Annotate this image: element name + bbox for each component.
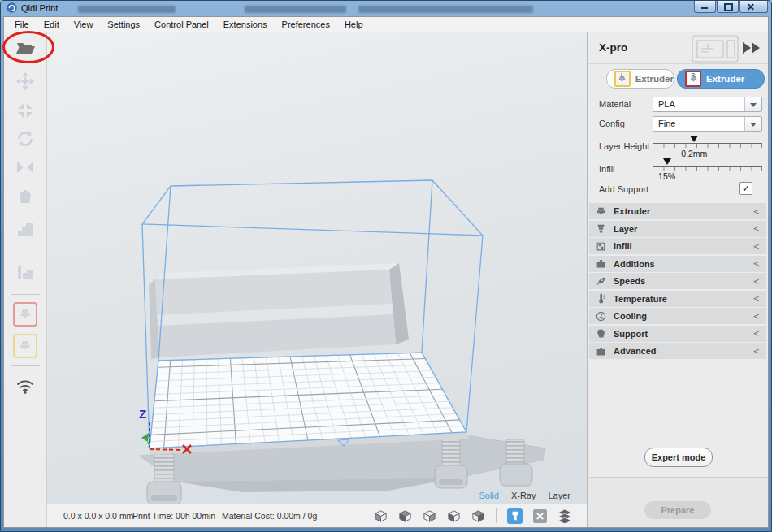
toolbar-divider xyxy=(11,365,40,366)
menu-bar: File Edit View Settings Control Panel Ex… xyxy=(4,17,768,32)
render-mode-xray[interactable]: X-Ray xyxy=(511,491,536,500)
standby-tool-icon[interactable] xyxy=(14,260,37,283)
config-dropdown[interactable]: Fine xyxy=(653,116,762,132)
section-temperature[interactable]: Temperature < xyxy=(589,291,766,307)
add-support-label: Add Support xyxy=(599,184,648,194)
status-bar: 0.0 x 0.0 x 0.0 mm Print Time: 00h 00min… xyxy=(47,504,587,527)
material-label: Material xyxy=(599,99,631,109)
panel-header-divider xyxy=(588,63,768,64)
section-infill[interactable]: Infill < xyxy=(589,238,766,254)
maximize-icon xyxy=(724,3,733,11)
scale-tool-icon[interactable] xyxy=(14,99,37,122)
prepare-button[interactable]: Prepare xyxy=(644,501,711,519)
section-cooling[interactable]: Cooling < xyxy=(589,308,766,324)
collapse-chevron-icon: < xyxy=(753,294,760,303)
menu-file[interactable]: File xyxy=(7,17,37,32)
expert-mode-button[interactable]: Expert mode xyxy=(644,448,713,467)
build-plate-scene: Z xyxy=(47,32,587,504)
window-title: Qidi Print xyxy=(21,3,58,13)
close-button[interactable] xyxy=(739,1,768,13)
viewport-3d[interactable]: Z Solid X-Ray Layer xyxy=(47,32,587,504)
temperature-icon xyxy=(596,293,606,304)
layer-view-button[interactable] xyxy=(557,508,572,523)
xray-view-icon xyxy=(536,512,544,521)
maximize-button[interactable] xyxy=(717,1,739,13)
support-blocker-icon[interactable] xyxy=(14,217,37,240)
menu-help[interactable]: Help xyxy=(337,17,371,32)
view-3d-icon[interactable] xyxy=(374,509,388,523)
menu-settings[interactable]: Settings xyxy=(100,17,147,32)
extruder-icon xyxy=(596,206,606,217)
render-mode-solid[interactable]: Solid xyxy=(479,491,498,500)
dropdown-arrow-button[interactable] xyxy=(744,97,761,111)
minimize-icon xyxy=(701,7,708,9)
open-file-icon[interactable] xyxy=(14,36,37,58)
section-support[interactable]: Support < xyxy=(589,326,766,342)
menu-extensions[interactable]: Extensions xyxy=(216,17,275,32)
z-axis-label: Z xyxy=(139,407,146,421)
view-left-icon[interactable] xyxy=(447,509,461,523)
view-front-icon[interactable] xyxy=(398,509,412,523)
chevron-down-icon xyxy=(750,103,757,110)
extruder-icon xyxy=(19,308,32,321)
section-additions[interactable]: Additions < xyxy=(589,256,766,272)
xray-view-button[interactable] xyxy=(533,509,547,523)
section-extruder[interactable]: Extruder < xyxy=(589,203,766,219)
app-client-area: File Edit View Settings Control Panel Ex… xyxy=(3,16,769,528)
add-support-checkbox[interactable]: ✓ xyxy=(739,182,752,195)
settings-panel: X-pro L Extruder xyxy=(587,32,768,527)
rotate-tool-icon[interactable] xyxy=(14,128,37,150)
section-advanced[interactable]: Advanced < xyxy=(589,343,766,359)
solid-view-icon xyxy=(510,510,521,521)
advanced-icon xyxy=(596,346,606,357)
extruder-left-indicator[interactable] xyxy=(13,334,37,358)
panel-divider xyxy=(588,439,768,439)
toolbar-divider xyxy=(11,294,40,295)
move-tool-icon[interactable] xyxy=(14,70,37,93)
section-layer[interactable]: Layer < xyxy=(589,221,766,237)
tab-extruder-right[interactable]: R Extruder xyxy=(677,69,765,89)
collapse-chevron-icon: < xyxy=(753,224,760,233)
printer-name[interactable]: X-pro xyxy=(599,41,627,54)
mirror-tool-icon[interactable] xyxy=(14,156,37,179)
dropdown-arrow-button[interactable] xyxy=(744,117,761,131)
per-model-settings-icon[interactable] xyxy=(14,186,37,209)
menu-view[interactable]: View xyxy=(67,17,101,32)
material-cost: Material Cost: 0.00m / 0g xyxy=(222,511,317,521)
config-label: Config xyxy=(599,119,625,128)
wifi-icon[interactable] xyxy=(14,374,37,397)
infill-slider[interactable]: 15% xyxy=(653,159,762,180)
menu-preferences[interactable]: Preferences xyxy=(275,17,337,32)
section-speeds[interactable]: Speeds < xyxy=(589,273,766,289)
speeds-icon xyxy=(596,276,606,287)
support-icon xyxy=(596,328,606,339)
titlebar-ghost-windows xyxy=(245,6,346,13)
collapse-chevron-icon: < xyxy=(753,329,760,338)
collapse-chevron-icon: < xyxy=(753,207,760,216)
menu-control-panel[interactable]: Control Panel xyxy=(147,17,216,32)
infill-slider-handle[interactable] xyxy=(663,158,671,169)
left-toolbar xyxy=(4,32,47,527)
collapse-chevron-icon: < xyxy=(753,347,760,356)
title-bar[interactable]: Qidi Print xyxy=(1,1,771,16)
menu-edit[interactable]: Edit xyxy=(37,17,67,32)
layer-height-slider-handle[interactable] xyxy=(690,136,698,146)
settings-sections: Extruder < Layer < Infill < Additions < xyxy=(589,203,766,361)
next-printer-icon[interactable] xyxy=(742,41,761,54)
view-top-icon[interactable] xyxy=(423,509,436,523)
minimize-button[interactable] xyxy=(694,1,716,13)
extruder-right-indicator[interactable] xyxy=(13,302,37,327)
print-time: Print Time: 00h 00min xyxy=(132,511,215,521)
view-right-icon[interactable] xyxy=(471,509,485,523)
layer-height-slider[interactable]: 0.2mm xyxy=(653,136,762,158)
material-dropdown[interactable]: PLA xyxy=(653,97,762,112)
qidi-print-window: { "window": { "title": "Qidi Print" }, "… xyxy=(0,0,772,532)
printer-preview-image xyxy=(692,34,742,63)
cooling-icon xyxy=(596,311,606,322)
solid-view-button[interactable] xyxy=(507,508,523,524)
tab-extruder-left[interactable]: L Extruder xyxy=(606,69,674,89)
layer-icon xyxy=(596,223,606,234)
render-mode-layer[interactable]: Layer xyxy=(548,491,570,500)
printer-back-wall xyxy=(149,263,409,359)
y-axis-arrow xyxy=(141,433,149,442)
